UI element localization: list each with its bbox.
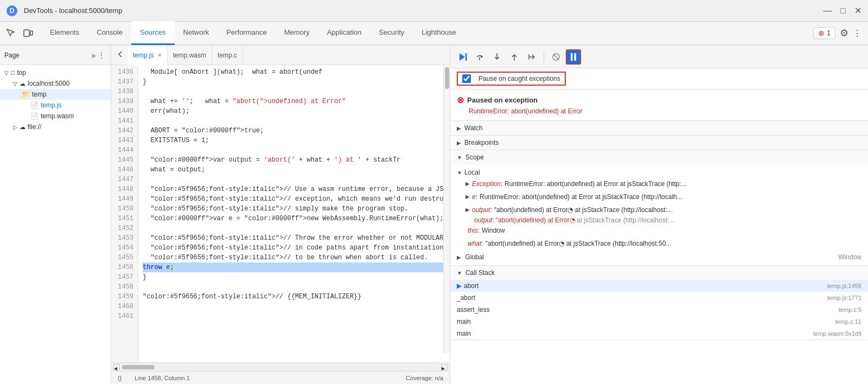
scope-item-value: "abort(undefined) at Error◔ at jsStackTr… [486, 238, 672, 249]
curly-braces-icon[interactable]: {} [118, 375, 122, 381]
scroll-left-btn[interactable]: ◂ [113, 364, 120, 370]
call-stack-location: temp.c:11 [835, 318, 861, 325]
step-into-button[interactable] [489, 49, 505, 65]
exception-error-icon: ⊗ [457, 95, 464, 105]
call-stack-function-name: _abort [457, 294, 475, 302]
scope-local-item[interactable]: ▶e: RuntimeError: abort(undefined) at Er… [465, 190, 861, 203]
watch-label: Watch [464, 124, 483, 132]
call-stack-header[interactable]: ▼ Call Stack [450, 266, 868, 280]
minimize-button[interactable]: — [823, 5, 832, 16]
deactivate-breakpoints-button[interactable] [548, 49, 564, 65]
code-line: "color:#5f9656;font-style:italic">// sim… [143, 204, 445, 214]
svg-rect-3 [465, 53, 467, 61]
tab-network[interactable]: Network [175, 21, 218, 45]
call-stack-location: temp.c:5 [839, 306, 861, 313]
pause-caught-label: Pause on caught exceptions [478, 75, 560, 82]
call-stack-item[interactable]: maintemp.wasm:0x1d9 [450, 328, 868, 340]
device-toolbar-icon[interactable] [20, 24, 37, 42]
scope-item-value: Window [482, 225, 505, 236]
sidebar-item-temp-folder[interactable]: 📁temp [0, 89, 111, 100]
editor-tab-temp-wasm[interactable]: temp.wasm [168, 46, 212, 65]
call-stack-section: ▼ Call Stack ▶aborttemp.js:1456_aborttem… [450, 266, 868, 340]
tab-application[interactable]: Application [318, 21, 371, 45]
scope-local-item[interactable]: ▶Exception: RuntimeError: abort(undefine… [465, 177, 861, 190]
code-line [143, 302, 445, 311]
resume-button[interactable] [455, 49, 470, 65]
local-header[interactable]: ▼ Local [457, 168, 861, 177]
settings-icon[interactable]: ⚙ [840, 27, 848, 39]
code-line: throw e; [143, 263, 445, 272]
inspect-icon[interactable] [2, 24, 20, 42]
scope-local-item[interactable]: this: Window [465, 224, 861, 237]
scope-item-colon: : [490, 204, 492, 215]
call-stack-item[interactable]: maintemp.c:11 [450, 316, 868, 328]
horizontal-scrollbar[interactable]: ◂ ▸ [111, 362, 450, 371]
expand-arrow-icon: ▽ [13, 81, 17, 87]
code-editor[interactable]: 1436143714381439144014411442144314441445… [111, 65, 450, 362]
sidebar-item-top[interactable]: ▽□top [0, 67, 111, 78]
expand-arrow-icon: ▽ [4, 70, 9, 76]
tab-security[interactable]: Security [370, 21, 413, 45]
editor-tab-temp-js[interactable]: temp.js✕ [127, 46, 168, 65]
global-header[interactable]: ▶ Global Window [457, 252, 861, 262]
folder-icon: □ [11, 69, 15, 76]
tab-console[interactable]: Console [88, 21, 131, 45]
scope-item-value: RuntimeError: abort(undefined) at Error … [480, 191, 682, 202]
sidebar-chevron-icon[interactable]: » [90, 50, 97, 61]
call-stack-location: temp.js:1456 [827, 283, 861, 289]
scope-item-colon: : [476, 191, 477, 202]
code-line: "color:#0000ff">var output = 'abort(' + … [143, 155, 445, 165]
tab-memory[interactable]: Memory [276, 21, 318, 45]
call-stack-item[interactable]: ▶aborttemp.js:1456 [450, 280, 868, 292]
scope-section: ▼ Scope ▼ Local ▶Exception: RuntimeError… [450, 150, 868, 266]
code-content[interactable]: Module[ onAbort ](what); what = abort(un… [138, 65, 450, 362]
sidebar-item-localhost[interactable]: ▽☁localhost:5000 [0, 78, 111, 89]
scrollbar-thumb[interactable] [445, 67, 449, 89]
step-out-button[interactable] [507, 49, 522, 65]
scope-local-item[interactable]: ▶output: "abort(undefined) at Error◔ at … [465, 203, 861, 216]
pause-exceptions-button[interactable] [566, 49, 581, 65]
debugger-toolbar [450, 46, 868, 68]
global-label: Global [465, 253, 484, 261]
exception-title: ⊗ Paused on exception [457, 95, 861, 105]
scope-local-item[interactable]: what: "abort(undefined) at Error◔ at jsS… [465, 237, 861, 250]
call-stack-item[interactable]: assert_lesstemp.c:5 [450, 304, 868, 316]
call-stack-item[interactable]: _aborttemp.js:1771 [450, 292, 868, 304]
editor-tab-temp-c[interactable]: temp.c [212, 46, 243, 65]
breakpoints-label: Breakpoints [464, 139, 499, 146]
maximize-button[interactable]: □ [840, 5, 846, 16]
sidebar-item-temp-js[interactable]: 📄temp.js [0, 100, 111, 111]
tab-sources[interactable]: Sources [131, 21, 175, 45]
tab-performance[interactable]: Performance [218, 21, 275, 45]
sidebar-title: Page [4, 52, 90, 59]
more-options-icon[interactable]: ⋮ [853, 28, 861, 39]
scope-header[interactable]: ▼ Scope [450, 150, 868, 164]
watch-header[interactable]: ▶ Watch [450, 121, 868, 135]
server-icon: ☁ [20, 80, 25, 87]
code-line: err(what); [143, 106, 445, 116]
code-line: "color:#5f9656;font-style:italic">// Thr… [143, 233, 445, 243]
vertical-scrollbar[interactable] [443, 65, 450, 354]
error-badge[interactable]: ⊗ 1 [813, 27, 835, 39]
tab-lighthouse[interactable]: Lighthouse [413, 21, 465, 45]
tab-elements[interactable]: Elements [41, 21, 88, 45]
step-over-button[interactable] [472, 49, 487, 65]
sidebar-item-temp-wasm[interactable]: 📄temp.wasm [0, 111, 111, 121]
scroll-right-btn[interactable]: ▸ [441, 364, 448, 370]
sidebar-item-file[interactable]: ▷☁file:// [0, 121, 111, 132]
step-button[interactable] [524, 49, 539, 65]
scroll-thumb[interactable] [122, 365, 155, 369]
code-line: ABORT = "color:#0000ff">true; [143, 126, 445, 136]
global-value: Window [838, 253, 861, 261]
scope-content: ▼ Local ▶Exception: RuntimeError: abort(… [450, 164, 868, 265]
scope-item-key: output [472, 204, 490, 215]
editor-tab-close-temp-js[interactable]: ✕ [157, 52, 162, 58]
local-label: Local [464, 169, 480, 176]
close-button[interactable]: ✕ [854, 5, 861, 16]
editor-back-icon[interactable] [113, 50, 127, 60]
code-line: EXITSTATUS = 1; [143, 136, 445, 145]
breakpoints-header[interactable]: ▶ Breakpoints [450, 136, 868, 150]
sidebar-more-icon[interactable]: ⋮ [97, 50, 106, 61]
pause-caught-checkbox[interactable] [462, 74, 471, 83]
scope-label: Scope [465, 153, 484, 161]
